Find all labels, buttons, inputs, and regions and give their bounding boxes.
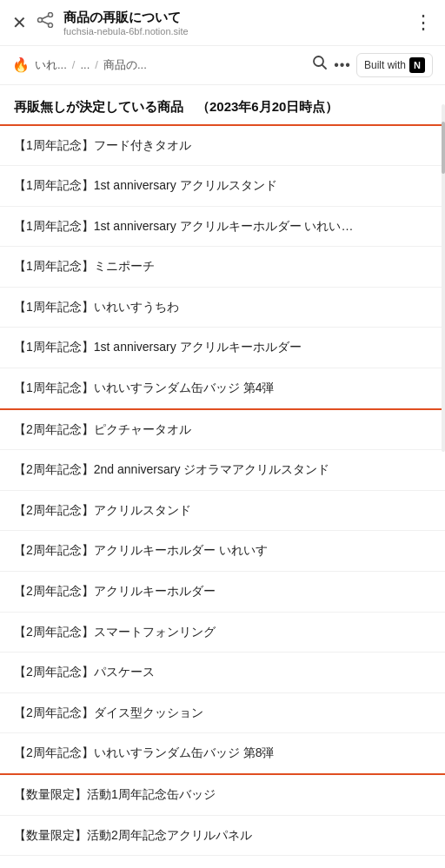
list-item-text: 【数量限定】活動1周年記念缶バッジ [14,786,431,804]
list-item[interactable]: 【2周年記念】アクリルスタンド [0,491,445,532]
list-item[interactable]: 【2周年記念】アクリルキーホルダー [0,572,445,613]
list-item[interactable]: 【1周年記念】1st anniversary アクリルキーホルダー [0,328,445,368]
page-domain: fuchsia-nebula-6bf.notion.site [63,26,405,36]
list-item-text: 【2周年記念】ピクチャータオル [14,421,431,439]
breadcrumb-emoji: 🔥 [12,56,30,73]
scrollbar-track[interactable] [442,104,445,452]
list-item[interactable]: 【1周年記念】いれいすランダム缶バッジ 第4弾 [0,368,445,410]
close-button[interactable]: ✕ [12,14,27,31]
breadcrumb-sep-1: / [72,58,76,71]
notion-icon: N [409,57,425,73]
list-item[interactable]: 【1周年記念】フード付きタオル [0,126,445,167]
list-item-text: 【2周年記念】2nd anniversary ジオラマアクリルスタンド [14,461,431,479]
breadcrumb-item-1[interactable]: いれ... [35,57,67,73]
list-item-text: 【1周年記念】いれいすうちわ [14,299,431,316]
list-item-text: 【数量限定】活動2周年記念アクリルパネル [14,827,431,845]
list-item[interactable]: 【2周年記念】アクリルキーホルダー いれいす [0,531,445,572]
svg-point-1 [49,13,53,17]
section-heading: 再販無しが決定している商品 （2023年6月20日時点） [0,85,445,126]
breadcrumb-sep-2: / [95,58,98,71]
list-item[interactable]: 【数量限定】活動1周年記念缶バッジ [0,775,445,816]
list-item[interactable]: 【2周年記念】2nd anniversary ジオラマアクリルスタンド [0,450,445,491]
list-item-text: 【2周年記念】パスケース [14,664,431,681]
svg-point-2 [49,23,53,28]
page-title: 商品の再販について [63,9,405,26]
scrollbar-thumb[interactable] [442,122,445,174]
svg-line-3 [42,16,49,19]
more-options-button[interactable]: ⋮ [414,13,433,32]
list-item-text: 【2周年記念】アクリルスタンド [14,502,431,520]
list-item[interactable]: 【2周年記念】ダイス型クッション [0,693,445,734]
nav-bar: 🔥 いれ... / ... / 商品の... ••• Built with N [0,46,445,85]
list-item-text: 【2周年記念】アクリルキーホルダー [14,583,431,600]
page-title-group: 商品の再販について fuchsia-nebula-6bf.notion.site [63,9,405,36]
list-item-text: 【1周年記念】1st anniversary アクリルキーホルダー いれい… [14,218,431,235]
list-item-text: 【1周年記念】フード付きタオル [14,137,431,155]
list-item-text: 【1周年記念】1st anniversary アクリルキーホルダー [14,339,431,356]
list-item[interactable]: 【2周年記念】パスケース [0,653,445,693]
breadcrumb-item-2[interactable]: ... [80,58,90,71]
list-item[interactable]: 【2周年記念】いれいすランダム缶バッジ 第8弾 [0,733,445,775]
list-item-text: 【2周年記念】ダイス型クッション [14,705,431,722]
search-button[interactable] [311,54,329,76]
top-bar: ✕ 商品の再販について fuchsia-nebula-6bf.notion.si… [0,0,445,46]
list-item-text: 【2周年記念】いれいすランダム缶バッジ 第8弾 [14,745,431,762]
list-item[interactable]: 【2周年記念】ピクチャータオル [0,410,445,451]
list-item-text: 【1周年記念】いれいすランダム缶バッジ 第4弾 [14,380,431,397]
list-item[interactable]: 【1周年記念】いれいすうちわ [0,288,445,328]
built-with-label: Built with [364,59,406,71]
list-item[interactable]: 【1周年記念】1st anniversary アクリルキーホルダー いれい… [0,207,445,248]
svg-point-0 [38,18,43,23]
items-list: 【1周年記念】フード付きタオル【1周年記念】1st anniversary アク… [0,126,445,869]
list-item[interactable]: 【1周年記念】1st anniversary アクリルスタンド [0,166,445,207]
breadcrumb-item-3[interactable]: 商品の... [103,57,147,73]
svg-line-4 [42,21,49,24]
built-with-button[interactable]: Built with N [356,53,433,77]
list-item-text: 【2周年記念】アクリルキーホルダー いれいす [14,542,431,560]
share-icon [36,12,55,32]
list-item[interactable]: 【2周年記念】スマートフォンリング [0,613,445,653]
list-item[interactable]: 【数量限定】活動2周年記念アクリルパネル [0,816,445,857]
list-item-text: 【1周年記念】ミニポーチ [14,258,431,275]
list-item[interactable]: 【数量限定】活動2周年記念缶バッジ [0,856,445,868]
list-item[interactable]: 【1周年記念】ミニポーチ [0,247,445,288]
list-item-text: 【2周年記念】スマートフォンリング [14,624,431,641]
list-item-text: 【1周年記念】1st anniversary アクリルスタンド [14,177,431,195]
more-dots-button[interactable]: ••• [334,57,351,73]
svg-line-6 [322,65,326,69]
main-content: 再販無しが決定している商品 （2023年6月20日時点） 【1周年記念】フード付… [0,85,445,869]
